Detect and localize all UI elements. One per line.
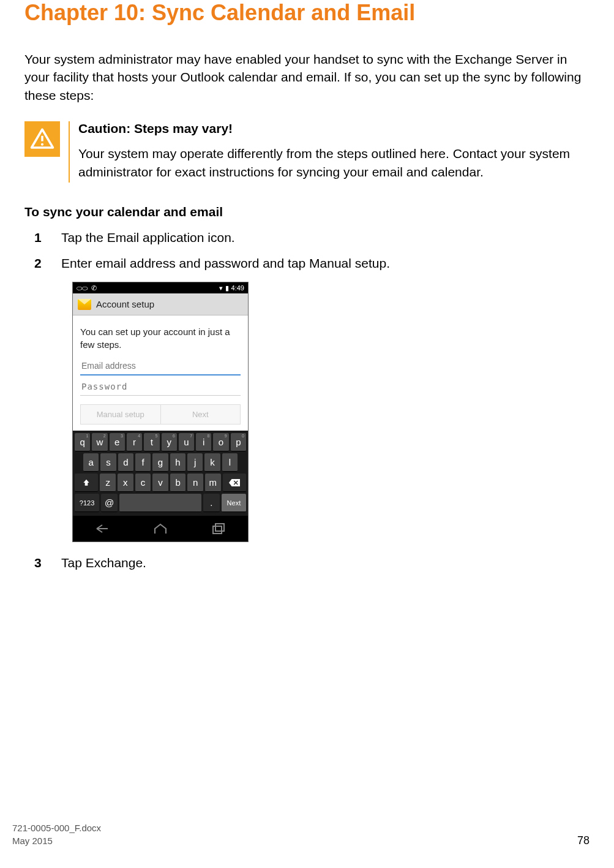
step-number: 2 — [34, 256, 61, 271]
step-text: Enter email address and password and tap… — [61, 256, 590, 271]
recent-apps-icon[interactable] — [211, 523, 227, 535]
step-text: Tap the Email application icon. — [61, 230, 590, 245]
key-w[interactable]: w2 — [92, 433, 107, 451]
key-q[interactable]: q1 — [75, 433, 90, 451]
key-o[interactable]: o9 — [213, 433, 228, 451]
manual-setup-button[interactable]: Manual setup — [80, 404, 160, 425]
key-c[interactable]: c — [135, 474, 151, 492]
footer-filename: 721-0005-000_F.docx — [12, 821, 101, 834]
period-key[interactable]: . — [203, 494, 220, 512]
page-number: 78 — [577, 834, 590, 847]
step-item: 1 Tap the Email application icon. — [24, 230, 590, 245]
section-title: To sync your calendar and email — [24, 205, 590, 219]
key-t[interactable]: t5 — [144, 433, 159, 451]
caution-divider — [69, 121, 70, 183]
email-field[interactable] — [80, 357, 241, 376]
footer-date: May 2015 — [12, 834, 101, 847]
key-n[interactable]: n — [187, 474, 203, 492]
step-item: 2 Enter email address and password and t… — [24, 256, 590, 271]
key-a[interactable]: a — [83, 453, 99, 472]
home-icon[interactable] — [152, 523, 168, 535]
shift-key[interactable] — [75, 474, 98, 492]
symbols-key[interactable]: ?123 — [75, 494, 99, 512]
wifi-icon: ▾ — [219, 284, 223, 292]
key-u[interactable]: u7 — [179, 433, 194, 451]
key-s[interactable]: s — [100, 453, 116, 472]
intro-paragraph: Your system administrator may have enabl… — [24, 50, 590, 104]
key-z[interactable]: z — [100, 474, 116, 492]
key-r[interactable]: r4 — [127, 433, 142, 451]
keyboard-next-key[interactable]: Next — [222, 494, 246, 512]
key-x[interactable]: x — [118, 474, 133, 492]
step-text: Tap Exchange. — [61, 556, 590, 570]
password-field[interactable] — [80, 378, 241, 396]
phone-screenshot: ⬭⬭ ✆ ▾ ▮ 4:49 Account setup You can set … — [72, 282, 249, 542]
on-screen-keyboard: q1w2e3r4t5y6u7i8o9p0 asdfghjkl zxcvbnm ?… — [73, 431, 248, 516]
key-k[interactable]: k — [204, 453, 220, 472]
step-item: 3 Tap Exchange. — [24, 556, 590, 570]
key-p[interactable]: p0 — [231, 433, 246, 451]
key-j[interactable]: j — [187, 453, 203, 472]
caution-body: Your system may operate differently from… — [78, 145, 590, 181]
key-h[interactable]: h — [170, 453, 185, 472]
phone-icon: ✆ — [91, 284, 97, 292]
screen-header-title: Account setup — [96, 299, 154, 309]
chapter-title: Chapter 10: Sync Calendar and Email — [24, 0, 590, 26]
caution-title: Caution: Steps may vary! — [78, 121, 590, 136]
key-f[interactable]: f — [135, 453, 151, 472]
key-v[interactable]: v — [152, 474, 168, 492]
svg-rect-3 — [215, 524, 224, 531]
step-list-continued: 3 Tap Exchange. — [24, 556, 590, 570]
nav-bar — [73, 516, 248, 542]
caution-block: Caution: Steps may vary! Your system may… — [24, 121, 590, 183]
status-time: 4:49 — [231, 284, 244, 292]
backspace-key[interactable] — [223, 474, 246, 492]
key-e[interactable]: e3 — [110, 433, 125, 451]
at-key[interactable]: @ — [101, 494, 118, 512]
next-button[interactable]: Next — [160, 404, 241, 425]
screen-header: Account setup — [73, 293, 248, 315]
key-m[interactable]: m — [205, 474, 221, 492]
key-l[interactable]: l — [222, 453, 238, 472]
page-footer: 721-0005-000_F.docx May 2015 78 — [12, 821, 590, 847]
voicemail-icon: ⬭⬭ — [77, 284, 88, 292]
key-b[interactable]: b — [170, 474, 186, 492]
back-icon[interactable] — [94, 523, 110, 535]
screen-body-text: You can set up your account in just a fe… — [80, 325, 241, 351]
warning-icon — [24, 121, 60, 157]
key-i[interactable]: i8 — [196, 433, 211, 451]
step-number: 3 — [34, 556, 61, 570]
mail-icon — [78, 299, 91, 310]
step-list: 1 Tap the Email application icon. 2 Ente… — [24, 230, 590, 271]
svg-point-1 — [41, 143, 43, 146]
svg-rect-2 — [213, 526, 222, 534]
battery-icon: ▮ — [225, 284, 229, 292]
space-key[interactable] — [119, 494, 201, 512]
key-d[interactable]: d — [118, 453, 133, 472]
key-g[interactable]: g — [152, 453, 168, 472]
status-bar: ⬭⬭ ✆ ▾ ▮ 4:49 — [73, 282, 248, 293]
key-y[interactable]: y6 — [162, 433, 177, 451]
step-number: 1 — [34, 230, 61, 245]
